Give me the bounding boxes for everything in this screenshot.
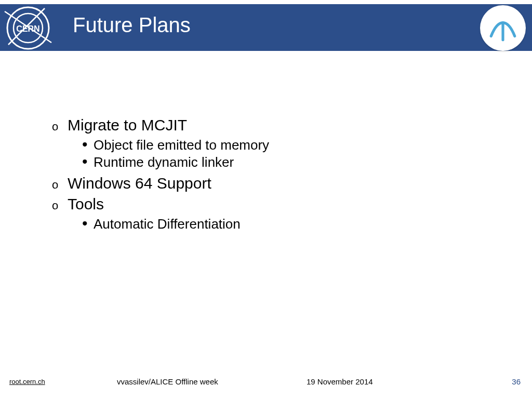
list-marker: • (82, 156, 94, 167)
list-item: o Migrate to MCJIT (52, 116, 468, 134)
slide-title: Future Plans (73, 14, 191, 37)
list-text: Object file emitted to memory (94, 137, 269, 153)
list-text: Tools (68, 195, 104, 213)
footer-page-number: 36 (512, 377, 521, 386)
list-item: • Automatic Differentiation (82, 216, 468, 232)
list-item: • Object file emitted to memory (82, 137, 468, 153)
slide-header: CERN Future Plans (0, 4, 532, 51)
list-marker: • (82, 139, 94, 150)
slide-footer: root.cern.ch vvassilev/ALICE Offline wee… (0, 375, 532, 388)
footer-author: vvassilev/ALICE Offline week (117, 377, 218, 386)
list-text: Automatic Differentiation (94, 216, 241, 232)
footer-link[interactable]: root.cern.ch (9, 378, 45, 385)
list-item: o Windows 64 Support (52, 175, 468, 192)
list-marker: o (52, 199, 66, 212)
slide-content: o Migrate to MCJIT • Object file emitted… (52, 116, 468, 233)
footer-date: 19 November 2014 (307, 377, 373, 386)
list-text: Migrate to MCJIT (68, 116, 187, 134)
svg-text:CERN: CERN (16, 24, 39, 33)
list-text: Runtime dynamic linker (94, 154, 234, 170)
list-text: Windows 64 Support (68, 175, 211, 192)
root-logo (480, 5, 526, 51)
list-marker: • (82, 218, 94, 229)
list-marker: o (52, 178, 66, 192)
list-item: • Runtime dynamic linker (82, 154, 468, 170)
cern-logo: CERN (0, 2, 56, 54)
list-item: o Tools (52, 195, 468, 213)
list-marker: o (52, 120, 66, 134)
